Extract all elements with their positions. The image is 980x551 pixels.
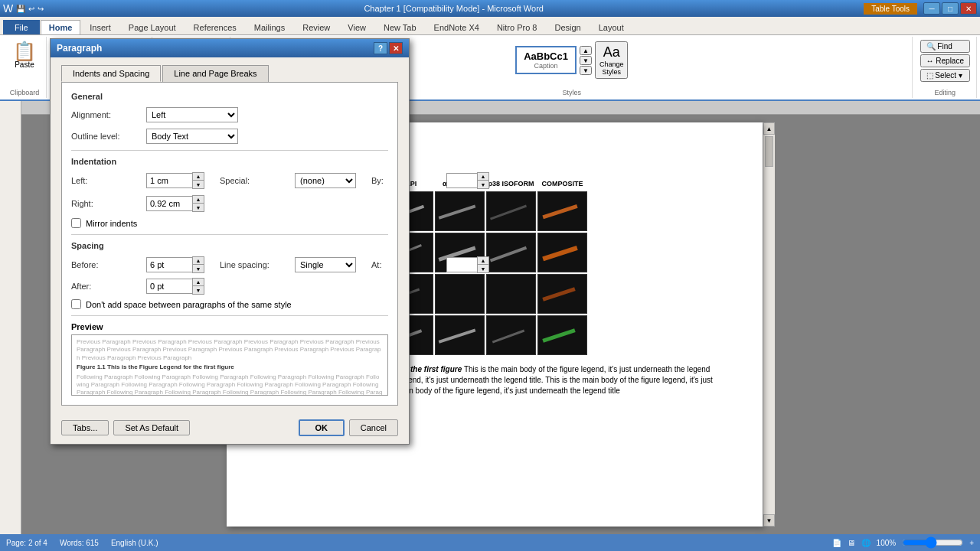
set-as-default-button[interactable]: Set As Default <box>113 420 190 435</box>
by-row: By: ▲ ▼ <box>371 172 489 189</box>
at-label: At: <box>371 260 440 269</box>
dialog-title-bar: Paragraph ? ✕ <box>51 39 409 57</box>
spacing-row: Before: 6 pt ▲ ▼ Line spacing: Single <box>71 256 388 273</box>
alignment-select[interactable]: Left <box>146 107 238 122</box>
dialog-overlay: Paragraph ? ✕ Indents and Spacing Line a… <box>0 0 980 551</box>
left-indent-down[interactable]: ▼ <box>193 181 204 188</box>
dialog-content: General Alignment: Left Outline level: B… <box>61 82 398 406</box>
by-input[interactable] <box>446 173 477 188</box>
before-row: Before: 6 pt ▲ ▼ <box>71 256 204 273</box>
tab-indents-spacing[interactable]: Indents and Spacing <box>61 65 161 82</box>
dont-add-row: Don't add space between paragraphs of th… <box>71 299 388 309</box>
alignment-row: Alignment: Left <box>71 107 388 122</box>
special-label: Special: <box>220 176 289 185</box>
dialog-body: Indents and Spacing Line and Page Breaks… <box>51 57 409 413</box>
special-row: Special: (none) <box>220 172 356 189</box>
alignment-label: Alignment: <box>71 110 140 119</box>
after-spinner: 0 pt ▲ ▼ <box>146 278 204 295</box>
at-input[interactable] <box>446 257 477 272</box>
ok-button[interactable]: OK <box>299 419 345 436</box>
at-row: At: ▲ ▼ <box>371 256 489 273</box>
by-up[interactable]: ▲ <box>478 173 488 181</box>
tab-line-page-breaks[interactable]: Line and Page Breaks <box>162 65 268 82</box>
divider-2 <box>71 234 388 235</box>
left-indent-spinner: 1 cm ▲ ▼ <box>146 172 204 189</box>
before-spinner: 6 pt ▲ ▼ <box>146 256 204 273</box>
before-input[interactable]: 6 pt <box>146 257 192 272</box>
at-up[interactable]: ▲ <box>478 257 488 265</box>
outline-select[interactable]: Body Text <box>146 129 238 144</box>
right-indent-label: Right: <box>71 199 140 208</box>
special-select[interactable]: (none) <box>295 173 356 188</box>
indentation-row: Left: 1 cm ▲ ▼ Special: (none) <box>71 172 388 189</box>
before-down[interactable]: ▼ <box>193 265 204 272</box>
outline-label: Outline level: <box>71 132 140 141</box>
before-label: Before: <box>71 260 140 269</box>
mirror-indents-checkbox[interactable] <box>71 218 81 228</box>
preview-next-text: Following Paragraph Following Paragraph … <box>77 373 383 396</box>
left-indent-spin-btns: ▲ ▼ <box>192 172 204 189</box>
mirror-indents-label: Mirror indents <box>86 219 137 228</box>
dialog-title-text: Paragraph <box>57 43 102 54</box>
dont-add-label: Don't add space between paragraphs of th… <box>86 300 292 309</box>
dialog-help-btn[interactable]: ? <box>374 42 387 54</box>
preview-section-label: Preview <box>71 322 388 331</box>
right-indent-spinner: 0.92 cm ▲ ▼ <box>146 195 204 212</box>
left-indent-label: Left: <box>71 176 140 185</box>
left-indent-row: Left: 1 cm ▲ ▼ <box>71 172 204 189</box>
dont-add-checkbox[interactable] <box>71 299 81 309</box>
line-spacing-row: Line spacing: Single <box>220 256 356 273</box>
before-up[interactable]: ▲ <box>193 257 204 265</box>
at-spinner: ▲ ▼ <box>446 256 489 273</box>
right-indent-row-container: Right: 0.92 cm ▲ ▼ <box>71 195 388 212</box>
general-section-label: General <box>71 92 388 101</box>
preview-current-text: Figure 1.1 This is the Figure Legend for… <box>77 364 383 371</box>
after-label: After: <box>71 282 140 291</box>
right-indent-input[interactable]: 0.92 cm <box>146 196 192 211</box>
divider-3 <box>71 315 388 316</box>
at-spin-btns: ▲ ▼ <box>477 256 489 273</box>
by-spin-btns: ▲ ▼ <box>477 172 489 189</box>
by-label: By: <box>371 176 440 185</box>
paragraph-dialog: Paragraph ? ✕ Indents and Spacing Line a… <box>50 38 410 445</box>
preview-box: Previous Paragraph Previous Paragraph Pr… <box>71 334 388 396</box>
before-spin-btns: ▲ ▼ <box>192 256 204 273</box>
after-down[interactable]: ▼ <box>193 286 204 294</box>
dialog-tabs: Indents and Spacing Line and Page Breaks <box>61 65 398 82</box>
at-down[interactable]: ▼ <box>478 265 488 272</box>
mirror-indents-row: Mirror indents <box>71 218 388 228</box>
after-spin-btns: ▲ ▼ <box>192 278 204 295</box>
right-indent-up[interactable]: ▲ <box>193 196 204 204</box>
indentation-section-label: Indentation <box>71 157 388 166</box>
right-indent-row: Right: 0.92 cm ▲ ▼ <box>71 195 204 212</box>
by-down[interactable]: ▼ <box>478 181 488 188</box>
left-indent-input[interactable]: 1 cm <box>146 173 192 188</box>
dialog-title-buttons: ? ✕ <box>374 42 403 54</box>
line-spacing-select[interactable]: Single <box>295 257 356 272</box>
by-spinner: ▲ ▼ <box>446 172 489 189</box>
dialog-close-btn[interactable]: ✕ <box>389 42 403 54</box>
right-indent-spin-btns: ▲ ▼ <box>192 195 204 212</box>
cancel-button[interactable]: Cancel <box>349 419 398 436</box>
line-spacing-label: Line spacing: <box>220 260 289 269</box>
dialog-footer: Tabs... Set As Default OK Cancel <box>51 413 409 444</box>
tabs-button[interactable]: Tabs... <box>61 420 109 435</box>
outline-level-row: Outline level: Body Text <box>71 129 388 144</box>
spacing-section-label: Spacing <box>71 241 388 250</box>
footer-right: OK Cancel <box>299 419 398 436</box>
left-indent-up[interactable]: ▲ <box>193 173 204 181</box>
after-input[interactable]: 0 pt <box>146 279 192 294</box>
after-up[interactable]: ▲ <box>193 279 204 286</box>
after-row: After: 0 pt ▲ ▼ <box>71 278 204 295</box>
preview-prev-text: Previous Paragraph Previous Paragraph Pr… <box>77 338 383 362</box>
footer-left: Tabs... Set As Default <box>61 420 190 435</box>
divider-1 <box>71 150 388 151</box>
right-indent-down[interactable]: ▼ <box>193 204 204 211</box>
after-row-container: After: 0 pt ▲ ▼ <box>71 278 388 295</box>
